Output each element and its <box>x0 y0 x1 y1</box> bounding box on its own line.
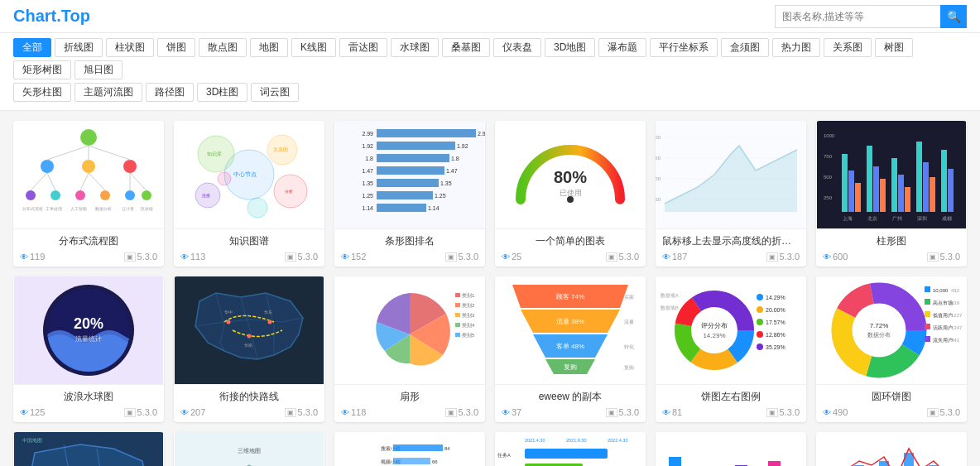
svg-text:1.14: 1.14 <box>362 205 373 211</box>
svg-text:839: 839 <box>951 300 960 305</box>
chart-card-18[interactable]: CSDN 图表18👁 0▣ 5.3.0 <box>816 432 967 466</box>
svg-rect-118 <box>455 323 460 327</box>
svg-text:数据项A: 数据项A <box>661 293 679 298</box>
svg-rect-88 <box>916 142 922 212</box>
filter-tag-关系图[interactable]: 关系图 <box>824 38 872 57</box>
chart-views-7: 👁 125 <box>20 407 45 417</box>
filter-tag-热力图[interactable]: 热力图 <box>772 38 820 57</box>
svg-point-3 <box>82 160 95 173</box>
svg-point-144 <box>757 319 763 325</box>
chart-version-5: ▣ 5.3.0 <box>766 252 800 262</box>
chart-card-5[interactable]: 1000 750 500 250 鼠标移上去显示高度线的折线图👁 187▣ 5.… <box>656 121 806 267</box>
svg-text:20.00%: 20.00% <box>766 307 785 313</box>
filter-tag-饼图[interactable]: 饼图 <box>157 38 195 57</box>
chart-version-8: ▣ 5.3.0 <box>285 407 318 417</box>
svg-point-7 <box>75 190 85 200</box>
chart-card-14[interactable]: 三维地图 地图14👁 0▣ 5.3.0 <box>174 432 324 466</box>
logo: Chart.Top <box>13 7 90 26</box>
svg-point-6 <box>50 190 60 200</box>
filter-tag-全部[interactable]: 全部 <box>13 38 51 57</box>
chart-title-9: 扇形 <box>341 390 478 404</box>
chart-meta-8: 👁 207▣ 5.3.0 <box>180 407 318 417</box>
search-button[interactable]: 🔍 <box>940 5 967 28</box>
filter-tag-雷达图[interactable]: 雷达图 <box>339 38 387 57</box>
filter-tag-折线图[interactable]: 折线图 <box>55 38 103 57</box>
filter-tag-3D柱图[interactable]: 3D柱图 <box>197 83 247 102</box>
chart-card-17[interactable]: A B C D E F G H 图表17👁 0▣ 5.3.0 <box>656 432 806 466</box>
filter-tag-仪表盘[interactable]: 仪表盘 <box>493 38 541 57</box>
chart-card-13[interactable]: 中国地图 地图13👁 0▣ 5.3.0 <box>13 432 164 466</box>
filter-tag-桑基图[interactable]: 桑基图 <box>442 38 490 57</box>
filter-tag-地图[interactable]: 地图 <box>250 38 288 57</box>
chart-card-11[interactable]: 评分分布 14.29% 14.29% 20.00% 17.57% 12.86% … <box>656 276 806 422</box>
svg-text:云计算: 云计算 <box>122 206 134 211</box>
svg-text:1.92: 1.92 <box>362 143 373 149</box>
svg-text:1.14: 1.14 <box>428 205 440 211</box>
svg-text:三维地图: 三维地图 <box>238 448 261 454</box>
filter-tag-路径图[interactable]: 路径图 <box>146 83 194 102</box>
svg-text:14.29%: 14.29% <box>766 295 785 300</box>
chart-preview-16: 2021.4.30 2021.9.30 2022.4.30 任务A 任务B 任务… <box>495 432 646 466</box>
svg-point-4 <box>123 160 137 173</box>
chart-views-5: 👁 187 <box>662 252 687 262</box>
filter-tag-散点图[interactable]: 散点图 <box>199 38 247 57</box>
chart-card-3[interactable]: 2.99 1.92 1.8 1.47 1.35 1.25 1.14 2.99 1… <box>334 121 485 267</box>
chart-version-10: ▣ 5.3.0 <box>606 407 639 417</box>
chart-card-15[interactable]: 搜索小程 84 视频小程 66 购物小程序 56 社交小程序 241 工具小程序… <box>334 432 485 466</box>
filter-tag-主题河流图[interactable]: 主题河流图 <box>74 83 142 102</box>
svg-text:知识库: 知识库 <box>207 151 222 156</box>
chart-card-2[interactable]: 中心节点 知识库 关系图 连接 分析 知识图谱👁 113▣ 5.3.0 <box>174 121 324 267</box>
svg-text:关系图: 关系图 <box>273 147 288 152</box>
filter-tag-矩形树图[interactable]: 矩形树图 <box>13 60 71 79</box>
svg-text:750: 750 <box>824 154 833 159</box>
svg-text:任务A: 任务A <box>497 453 511 458</box>
chart-card-7[interactable]: 20% 流量统计 波浪水球图👁 125▣ 5.3.0 <box>13 276 164 422</box>
filter-tag-柱状图[interactable]: 柱状图 <box>106 38 154 57</box>
chart-card-16[interactable]: 2021.4.30 2021.9.30 2022.4.30 任务A 任务B 任务… <box>495 432 646 466</box>
chart-card-6[interactable]: 1000 750 500 250 <box>816 121 967 267</box>
filter-tag-K线图[interactable]: K线图 <box>291 38 336 57</box>
svg-point-140 <box>757 294 763 300</box>
chart-preview-13: 中国地图 <box>13 432 164 466</box>
chart-version-2: ▣ 5.3.0 <box>285 252 318 262</box>
filter-tag-水球图[interactable]: 水球图 <box>391 38 439 57</box>
svg-text:17.57%: 17.57% <box>766 319 785 325</box>
svg-text:高点市场: 高点市场 <box>933 300 953 305</box>
svg-text:750: 750 <box>656 156 661 161</box>
svg-text:类别3: 类别3 <box>462 313 475 318</box>
filter-tag-树图[interactable]: 树图 <box>875 38 913 57</box>
svg-text:1000: 1000 <box>824 133 835 138</box>
chart-card-9[interactable]: 类别1 类别2 类别3 类别4 类别5 扇形👁 118▣ 5.3.0 <box>334 276 485 422</box>
svg-point-106 <box>268 320 272 324</box>
filter-tag-3D地图[interactable]: 3D地图 <box>545 38 595 57</box>
svg-text:人工智能: 人工智能 <box>70 206 87 211</box>
chart-version-11: ▣ 5.3.0 <box>766 407 800 417</box>
chart-card-12[interactable]: 10,000 432 高点市场 839 低值用户 1227 活跃用户 1347 … <box>816 276 967 422</box>
filter-tag-旭日图[interactable]: 旭日图 <box>74 60 122 79</box>
chart-card-8[interactable]: 华中 华东 华南 衔接的快路线👁 207▣ 5.3.0 <box>174 276 324 422</box>
svg-text:1.47: 1.47 <box>446 168 458 174</box>
filter-tag-盒须图[interactable]: 盒须图 <box>721 38 769 57</box>
chart-title-12: 圆环饼图 <box>823 390 960 404</box>
svg-point-105 <box>227 320 231 324</box>
filter-tag-矢形柱图[interactable]: 矢形柱图 <box>13 83 71 102</box>
chart-preview-9: 类别1 类别2 类别3 类别4 类别5 <box>334 276 485 384</box>
svg-text:2022.4.30: 2022.4.30 <box>608 438 627 443</box>
filter-tag-瀑布题[interactable]: 瀑布题 <box>598 38 646 57</box>
chart-card-4[interactable]: 80% 已使用 一个简单的图表👁 25▣ 5.3.0 <box>495 121 646 267</box>
filter-tag-平行坐标系[interactable]: 平行坐标系 <box>650 38 718 57</box>
svg-text:区块链: 区块链 <box>141 206 153 211</box>
chart-card-1[interactable]: 分布式流程 工单处理 人工智能 数据分析 云计算 区块链 分布式流程图👁 119… <box>13 121 164 267</box>
svg-point-32 <box>247 198 267 218</box>
svg-text:10,000: 10,000 <box>933 288 949 293</box>
chart-meta-11: 👁 81▣ 5.3.0 <box>662 407 800 417</box>
filter-tag-词云图[interactable]: 词云图 <box>251 83 299 102</box>
chart-card-10[interactable]: 顾客 74% 流量 38% 客单 48% 复购 买家 流量 转化 复购 ewee… <box>495 276 646 422</box>
search-input[interactable] <box>775 5 940 28</box>
chart-version-7: ▣ 5.3.0 <box>124 407 157 417</box>
svg-text:66: 66 <box>432 459 438 464</box>
chart-title-2: 知识图谱 <box>180 234 318 248</box>
chart-preview-1: 分布式流程 工单处理 人工智能 数据分析 云计算 区块链 <box>13 121 164 228</box>
chart-info-3: 条形图排名👁 152▣ 5.3.0 <box>334 228 485 267</box>
svg-point-107 <box>247 334 252 339</box>
